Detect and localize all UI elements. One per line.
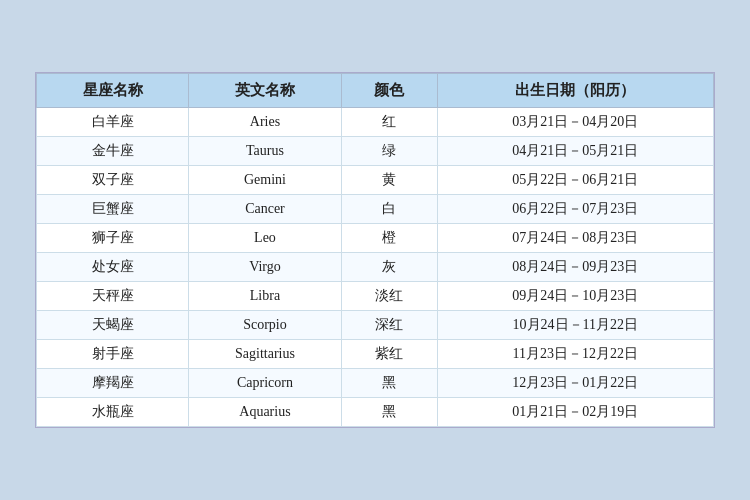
- cell-english: Sagittarius: [189, 340, 341, 369]
- table-row: 处女座Virgo灰08月24日－09月23日: [37, 253, 714, 282]
- cell-dates: 12月23日－01月22日: [437, 369, 713, 398]
- cell-dates: 01月21日－02月19日: [437, 398, 713, 427]
- cell-dates: 07月24日－08月23日: [437, 224, 713, 253]
- col-header-english: 英文名称: [189, 74, 341, 108]
- cell-english: Cancer: [189, 195, 341, 224]
- cell-color: 橙: [341, 224, 437, 253]
- cell-color: 黑: [341, 398, 437, 427]
- table-row: 射手座Sagittarius紫红11月23日－12月22日: [37, 340, 714, 369]
- cell-english: Aries: [189, 108, 341, 137]
- cell-chinese: 天秤座: [37, 282, 189, 311]
- table-row: 双子座Gemini黄05月22日－06月21日: [37, 166, 714, 195]
- cell-chinese: 狮子座: [37, 224, 189, 253]
- table-row: 狮子座Leo橙07月24日－08月23日: [37, 224, 714, 253]
- cell-chinese: 双子座: [37, 166, 189, 195]
- cell-dates: 06月22日－07月23日: [437, 195, 713, 224]
- cell-color: 黄: [341, 166, 437, 195]
- cell-color: 红: [341, 108, 437, 137]
- table-row: 摩羯座Capricorn黑12月23日－01月22日: [37, 369, 714, 398]
- col-header-dates: 出生日期（阳历）: [437, 74, 713, 108]
- cell-english: Scorpio: [189, 311, 341, 340]
- cell-dates: 09月24日－10月23日: [437, 282, 713, 311]
- cell-dates: 11月23日－12月22日: [437, 340, 713, 369]
- cell-color: 灰: [341, 253, 437, 282]
- cell-dates: 10月24日－11月22日: [437, 311, 713, 340]
- cell-color: 紫红: [341, 340, 437, 369]
- zodiac-table-wrapper: 星座名称 英文名称 颜色 出生日期（阳历） 白羊座Aries红03月21日－04…: [35, 72, 715, 428]
- cell-chinese: 巨蟹座: [37, 195, 189, 224]
- table-row: 白羊座Aries红03月21日－04月20日: [37, 108, 714, 137]
- cell-chinese: 水瓶座: [37, 398, 189, 427]
- cell-color: 黑: [341, 369, 437, 398]
- table-body: 白羊座Aries红03月21日－04月20日金牛座Taurus绿04月21日－0…: [37, 108, 714, 427]
- zodiac-table: 星座名称 英文名称 颜色 出生日期（阳历） 白羊座Aries红03月21日－04…: [36, 73, 714, 427]
- cell-english: Leo: [189, 224, 341, 253]
- cell-english: Taurus: [189, 137, 341, 166]
- cell-chinese: 天蝎座: [37, 311, 189, 340]
- cell-dates: 05月22日－06月21日: [437, 166, 713, 195]
- table-row: 天秤座Libra淡红09月24日－10月23日: [37, 282, 714, 311]
- cell-chinese: 摩羯座: [37, 369, 189, 398]
- cell-color: 淡红: [341, 282, 437, 311]
- table-row: 巨蟹座Cancer白06月22日－07月23日: [37, 195, 714, 224]
- col-header-color: 颜色: [341, 74, 437, 108]
- cell-english: Virgo: [189, 253, 341, 282]
- cell-dates: 03月21日－04月20日: [437, 108, 713, 137]
- table-header-row: 星座名称 英文名称 颜色 出生日期（阳历）: [37, 74, 714, 108]
- cell-english: Aquarius: [189, 398, 341, 427]
- cell-color: 绿: [341, 137, 437, 166]
- cell-dates: 04月21日－05月21日: [437, 137, 713, 166]
- col-header-chinese: 星座名称: [37, 74, 189, 108]
- table-row: 水瓶座Aquarius黑01月21日－02月19日: [37, 398, 714, 427]
- table-row: 金牛座Taurus绿04月21日－05月21日: [37, 137, 714, 166]
- table-row: 天蝎座Scorpio深红10月24日－11月22日: [37, 311, 714, 340]
- cell-english: Libra: [189, 282, 341, 311]
- cell-chinese: 处女座: [37, 253, 189, 282]
- cell-english: Gemini: [189, 166, 341, 195]
- cell-chinese: 射手座: [37, 340, 189, 369]
- cell-color: 深红: [341, 311, 437, 340]
- cell-english: Capricorn: [189, 369, 341, 398]
- cell-dates: 08月24日－09月23日: [437, 253, 713, 282]
- cell-color: 白: [341, 195, 437, 224]
- cell-chinese: 白羊座: [37, 108, 189, 137]
- cell-chinese: 金牛座: [37, 137, 189, 166]
